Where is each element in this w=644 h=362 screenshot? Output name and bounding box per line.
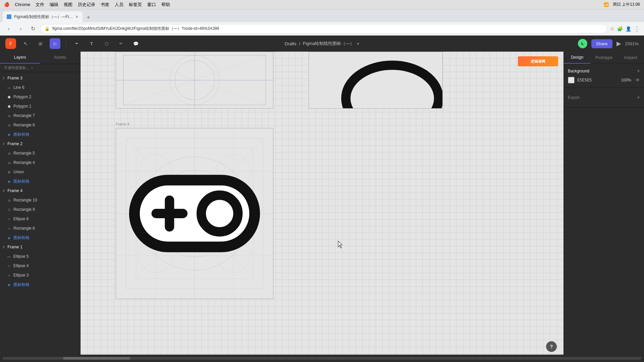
layer-rect10[interactable]: ▭ Rectangle 10 [0,195,80,205]
figma-menu-button[interactable]: F [5,38,16,49]
layer-icon-frame-1[interactable]: ◈ 图标框格 [0,130,80,139]
frame4-main[interactable] [116,128,273,299]
menu-file[interactable]: 文件 [36,2,44,8]
rect-icon-7: ○ [7,226,11,231]
tab-layers[interactable]: Layers [0,52,40,64]
tab-assets[interactable]: Assets [40,52,80,64]
layer-frame3[interactable]: # Frame 3 [0,73,80,83]
layer-icon-frame-3[interactable]: ◈ 图标框格 [0,233,80,242]
watermark: 逻辑课网 [518,56,558,66]
menu-people[interactable]: 人员 [115,2,123,8]
file-menu-icon[interactable]: ▾ [357,41,359,46]
layer-rect8[interactable]: ○ Rectangle 8 [0,224,80,233]
panel-tabs: Layers Assets [0,52,80,64]
apple-icon[interactable]: 🍎 [4,2,9,7]
background-plus-icon[interactable]: + [637,68,640,74]
right-panel-tabs: Design Prototype Inspect [564,52,644,64]
layer-rect4[interactable]: ▭ Rectangle 4 [0,158,80,167]
layer-polygon2[interactable]: ⬟ Polygon 2 [0,92,80,102]
menu-history[interactable]: 历史记录 [78,2,95,8]
zoom-level[interactable]: 2591% [625,41,639,46]
forward-button[interactable]: › [16,24,25,34]
shape-tool[interactable]: ⬡ [101,38,112,49]
export-plus-button[interactable]: + [637,95,640,101]
layer-ellipse6[interactable]: ○ Ellipse 6 [0,214,80,224]
layer-hash-icon-4: # [3,245,5,249]
eye-icon[interactable]: 👁 [635,77,640,83]
new-tab-button[interactable]: + [84,13,93,22]
chrome-tab-figma[interactable]: Figma绘制线性图标（—）—Fi… × [3,11,83,22]
layer-rect6[interactable]: ▭ Rectangle 6 [0,120,80,130]
component-icon: ◈ [7,132,11,137]
background-section: Background + E5E5E5 100% 👁 [564,64,644,88]
opacity-filter[interactable]: 不透明度图标... ▾ [0,64,80,72]
pencil-tool[interactable]: ✏ [116,38,126,49]
favicon [7,14,11,19]
layer-hash-icon: # [3,76,5,80]
rect-icon-5: ▭ [7,198,11,202]
drafts-label[interactable]: Drafts [285,41,297,46]
back-button[interactable]: ‹ [4,24,13,34]
polygon-icon-2: ⬟ [7,104,11,109]
tab-title: Figma绘制线性图标（—）—Fi… [14,14,73,20]
horizontal-scrollbar[interactable] [3,357,641,360]
background-color-value: E5E5E5 [577,78,592,82]
line-icon: — [7,85,11,90]
reload-button[interactable]: ↻ [28,24,38,34]
bottom-bar [0,355,644,362]
avatar-button[interactable]: L [578,39,587,48]
share-button[interactable]: Share [591,39,612,48]
tab-inspect[interactable]: Inspect [617,52,644,64]
breadcrumb-sep: / [299,41,300,46]
layer-line6[interactable]: — Line 6 [0,83,80,92]
scrollbar-thumb[interactable] [63,357,130,360]
menu-bookmarks[interactable]: 书签 [101,2,109,8]
select-tool[interactable]: ▷ [50,38,60,49]
frame-tool[interactable]: ⊞ [35,38,46,49]
account-icon[interactable]: 👤 [626,26,631,32]
bookmark-icon[interactable]: ☆ [610,25,614,32]
polygon-icon: ⬟ [7,95,11,99]
play-button[interactable]: ▶ [616,40,621,47]
layer-polygon1[interactable]: ⬟ Polygon 1 [0,102,80,111]
address-bar: ‹ › ↻ 🔒 figma.com/file/2DpoMHuf3dMYuEHJD… [0,22,644,36]
layer-rect7[interactable]: ▭ Rectangle 7 [0,111,80,120]
file-title[interactable]: Figma绘制线性图标（—） [303,41,354,47]
layer-rect9[interactable]: □ Rectangle 9 [0,205,80,214]
canvas-area[interactable]: Frame 4 [80,52,564,355]
layer-frame2[interactable]: # Frame 2 [0,139,80,148]
layer-frame4[interactable]: # Frame 4 [0,186,80,195]
comment-tool[interactable]: 💬 [130,38,141,49]
menu-edit[interactable]: 编辑 [50,2,58,8]
text-tool[interactable]: T [86,38,97,49]
layer-union[interactable]: ⊙ Union [0,167,80,177]
layer-ellipse3[interactable]: ○ Ellipse 3 [0,270,80,280]
move-tool[interactable]: ↖ [20,38,31,49]
layer-icon-frame-2[interactable]: ◈ 图标框格 [0,177,80,186]
pen-tool[interactable]: ✒ [71,38,82,49]
tab-close-button[interactable]: × [75,14,78,19]
layer-frame1[interactable]: # Frame 1 [0,242,80,252]
tab-design[interactable]: Design [564,52,591,64]
layer-rect5[interactable]: ▭ Rectangle 5 [0,148,80,158]
layer-ellipse4[interactable]: ○ Ellipse 4 [0,261,80,270]
tab-prototype[interactable]: Prototype [591,52,618,64]
extensions-icon[interactable]: 🧩 [617,26,623,32]
menu-tabs[interactable]: 标签页 [129,2,142,8]
background-color-swatch[interactable] [568,77,575,83]
more-icon[interactable]: ⋮ [634,25,640,33]
menu-help[interactable]: 帮助 [161,2,170,8]
menu-chrome[interactable]: Chrome [15,2,30,7]
help-button[interactable]: ? [546,341,557,352]
rect-icon: ▭ [7,113,11,118]
rect-icon-3: ▭ [7,151,11,156]
icon-construction-svg [116,128,273,299]
menu-window[interactable]: 窗口 [147,2,156,8]
export-row: Export + [568,92,640,103]
layer-hash-icon-3: # [3,189,5,193]
union-icon: ⊙ [7,170,11,174]
menu-view[interactable]: 视图 [64,2,72,8]
layer-ellipse5[interactable]: — Ellipse 5 [0,252,80,261]
address-input[interactable]: 🔒 figma.com/file/2DpoMHuf3dMYuEHJDnkgWJ/… [40,24,607,34]
layer-icon-frame-4[interactable]: ◈ 图标框格 [0,280,80,289]
